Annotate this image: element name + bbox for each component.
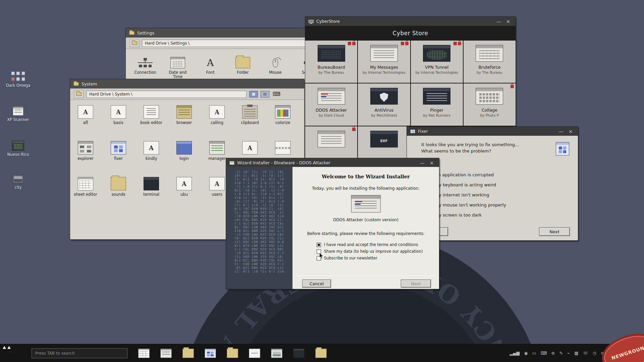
minimize-button[interactable]: — bbox=[495, 18, 503, 25]
store-tile-bureauboard[interactable]: BureauBoard by The Bureau bbox=[305, 41, 357, 83]
manager-icon bbox=[209, 141, 225, 155]
app-publisher: by Internal Technologies bbox=[415, 70, 458, 74]
record-icon[interactable]: ◉ bbox=[524, 351, 528, 356]
checkbox-terms[interactable]: I have read and accept the terms and con… bbox=[317, 242, 418, 247]
explorer-icon bbox=[78, 141, 93, 155]
folder-icon bbox=[227, 349, 238, 358]
taskbar-app-folder-3[interactable] bbox=[315, 349, 327, 358]
pen-icon[interactable]: ✎ bbox=[559, 351, 563, 356]
item-label: book editor bbox=[140, 121, 162, 125]
apps-grid-icon[interactable]: ▦ bbox=[574, 351, 578, 356]
taskbar-app-password[interactable] bbox=[249, 349, 260, 358]
network-icon[interactable]: ⊕ bbox=[551, 351, 555, 356]
fixer-titlebar[interactable]: Fixer — × bbox=[407, 127, 578, 136]
terminal-icon bbox=[293, 349, 305, 358]
desktop-icon-dark-omega[interactable]: Dark Omega bbox=[3, 71, 34, 88]
system-item-colorize[interactable]: colorize bbox=[269, 105, 296, 125]
system-item-sounds[interactable]: sounds bbox=[105, 177, 132, 197]
folder-up-button[interactable] bbox=[74, 90, 84, 98]
close-button[interactable]: × bbox=[504, 18, 512, 25]
store-tile-vpn-tunnel[interactable]: VPN Tunnel by Internal Technologies bbox=[411, 41, 463, 83]
terms-checkbox[interactable] bbox=[317, 243, 321, 247]
next-button[interactable]: Next bbox=[539, 227, 570, 236]
battery-icon[interactable]: ▭ bbox=[532, 351, 536, 356]
folder-up-button[interactable] bbox=[130, 39, 139, 47]
window-title: Fixer bbox=[418, 129, 428, 134]
desktop-icon-city[interactable]: city bbox=[3, 175, 34, 190]
store-tile-my-messages[interactable]: My Messages by Internal Technologies bbox=[358, 41, 410, 83]
signal-icon[interactable]: ▂▄▆ bbox=[509, 351, 520, 356]
taskbar-apps bbox=[138, 344, 327, 362]
checkbox-newsletter[interactable]: Subscribe to our newsletter bbox=[317, 256, 377, 260]
taskbar-app-terminal[interactable] bbox=[293, 349, 305, 358]
wizard-titlebar[interactable]: Wizard Installer - Bloatware - DDOS Atta… bbox=[226, 158, 439, 167]
system-item-explorer[interactable]: explorer bbox=[72, 141, 99, 161]
settings-item-date-time[interactable]: Date and Time bbox=[164, 57, 191, 79]
item-label: basis bbox=[113, 121, 123, 125]
keyboard-icon[interactable]: ⌨ bbox=[273, 91, 280, 97]
taskbar-app-folder-1[interactable] bbox=[182, 349, 194, 358]
store-tile-pinger[interactable]: Pinger by Net Runners bbox=[411, 83, 463, 126]
password-icon bbox=[275, 141, 290, 155]
app-name: Collage bbox=[482, 108, 497, 113]
system-item-sheet-editor[interactable]: sheet editor bbox=[72, 177, 99, 197]
system-titlebar[interactable]: System bbox=[70, 79, 304, 88]
taskbar-app-window[interactable] bbox=[160, 349, 172, 358]
search-input[interactable] bbox=[32, 348, 127, 358]
fixer-icon bbox=[205, 349, 216, 358]
system-item-afl[interactable]: afl bbox=[72, 105, 99, 125]
minimize-button[interactable]: — bbox=[418, 160, 426, 166]
store-tile-antivirus[interactable]: AntiVirus by MechShield bbox=[358, 83, 410, 126]
store-tile-collage[interactable]: Collage by Photo P bbox=[464, 83, 516, 126]
item-label: Folder bbox=[237, 70, 249, 75]
system-item-terminal[interactable]: terminal bbox=[138, 177, 165, 197]
close-button[interactable]: × bbox=[567, 128, 575, 135]
mouse-cursor bbox=[319, 253, 324, 259]
fixer-line-2: What seems to be the problem? bbox=[421, 148, 519, 154]
taskbar-app-folder-2[interactable] bbox=[227, 349, 238, 358]
system-item-calling[interactable]: calling bbox=[204, 105, 230, 125]
app-publisher: by The Bureau bbox=[477, 70, 502, 74]
system-item-kindly[interactable]: kindly bbox=[138, 141, 165, 161]
taskbar-app-fixer[interactable] bbox=[205, 349, 216, 358]
cancel-button[interactable]: Cancel bbox=[302, 280, 331, 288]
item-label: Connection bbox=[134, 70, 156, 75]
system-item-basis[interactable]: basis bbox=[105, 105, 132, 125]
app-icon bbox=[370, 131, 398, 147]
taskbar-app-photos[interactable] bbox=[271, 349, 282, 358]
settings-item-connection[interactable]: Connection bbox=[132, 57, 159, 79]
clock-icon[interactable]: ◷ bbox=[593, 351, 596, 356]
system-item-book-editor[interactable]: book editor bbox=[138, 105, 165, 125]
system-item-fixer[interactable]: fixer bbox=[105, 141, 132, 161]
desktop-icon-nuevo-rico[interactable]: Nuevo Rico bbox=[3, 141, 34, 157]
app-name: BureauBoard bbox=[318, 65, 345, 70]
uninstall-badge bbox=[348, 42, 351, 45]
system-item-login[interactable]: login bbox=[171, 141, 198, 161]
view-grid-button[interactable]: ▦ bbox=[249, 91, 258, 98]
settings-item-mouse[interactable]: Mouse bbox=[262, 57, 289, 79]
browser-icon bbox=[176, 105, 192, 119]
desktop-icon-xp-scanner[interactable]: XP Scanner bbox=[3, 107, 34, 122]
checkbox-share-data[interactable]: Share my data (to help us improve our ap… bbox=[317, 249, 423, 254]
document-icon bbox=[144, 105, 159, 119]
settings-item-font[interactable]: Font bbox=[197, 57, 224, 79]
settings-item-folder[interactable]: Folder bbox=[229, 57, 256, 79]
store-tile-ddos-attacker[interactable]: DDOS Attacker by Dark Cloud bbox=[305, 83, 357, 126]
system-item-ubu[interactable]: ubu bbox=[171, 177, 198, 197]
keyboard-icon[interactable]: ⌨ bbox=[541, 351, 547, 356]
lock-badge bbox=[405, 42, 409, 45]
folder-icon bbox=[235, 57, 250, 68]
next-button[interactable]: Next bbox=[401, 280, 431, 288]
store-tile-bruteforce[interactable]: Bruteforce by The Bureau bbox=[464, 41, 516, 83]
system-item-clipboard[interactable]: clipboard bbox=[236, 105, 263, 125]
close-button[interactable]: × bbox=[428, 160, 436, 166]
minimize-button[interactable]: — bbox=[557, 128, 565, 135]
address-bar[interactable]: Hard Drive \ System \ bbox=[86, 90, 247, 98]
cyberstore-titlebar[interactable]: CyberStore — × bbox=[305, 17, 516, 26]
power-icon[interactable]: ⌁ bbox=[567, 351, 570, 356]
taskbar-app-sheet-editor[interactable] bbox=[138, 349, 150, 358]
system-item-browser[interactable]: browser bbox=[171, 105, 198, 125]
phone-icon[interactable]: ☏ bbox=[583, 351, 588, 356]
fixer-line-1: It looks like you are trying to fix some… bbox=[421, 141, 519, 148]
view-list-button[interactable]: ▤ bbox=[261, 91, 269, 98]
